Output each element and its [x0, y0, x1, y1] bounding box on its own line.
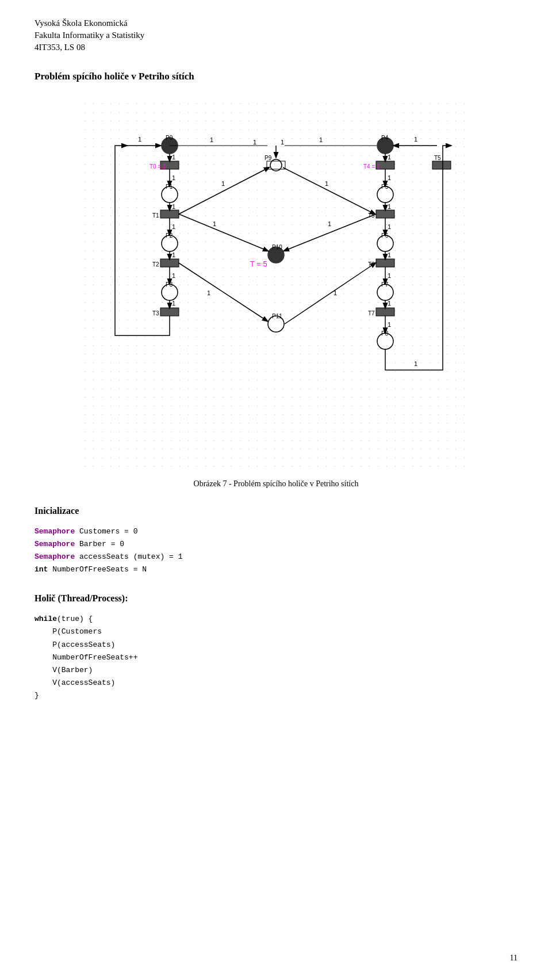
svg-text:1: 1 — [334, 289, 337, 296]
svg-text:1: 1 — [281, 139, 284, 146]
svg-rect-56 — [376, 210, 394, 218]
svg-text:1: 1 — [253, 139, 256, 146]
code-line-1: Semaphore Customers = 0 — [34, 525, 518, 538]
svg-text:1: 1 — [172, 174, 175, 181]
svg-text:1: 1 — [388, 321, 391, 328]
svg-text:1: 1 — [172, 223, 175, 230]
keyword-int: int — [34, 565, 48, 574]
svg-text:T5: T5 — [434, 155, 441, 161]
svg-text:T4 = 1: T4 = 1 — [363, 163, 380, 170]
svg-text:T3: T3 — [152, 310, 159, 317]
svg-text:1: 1 — [414, 360, 417, 367]
svg-text:P11: P11 — [272, 313, 282, 319]
svg-text:1: 1 — [388, 203, 391, 210]
code-while: while(true) { — [34, 613, 518, 626]
diagram-caption: Obrázek 7 - Problém spícího holiče v Pet… — [34, 479, 518, 489]
svg-text:1: 1 — [172, 251, 175, 258]
svg-text:T7: T7 — [368, 310, 375, 317]
svg-text:1: 1 — [328, 220, 331, 227]
page-title: Problém spícího holiče v Petriho sítích — [34, 71, 518, 82]
section-inicializace: Inicializace — [34, 506, 518, 516]
svg-text:1: 1 — [172, 203, 175, 210]
header-block: Vysoká Škola Ekonomická Fakulta Informat… — [34, 17, 518, 54]
svg-text:T0 = 1: T0 = 1 — [150, 163, 166, 170]
svg-text:1: 1 — [388, 154, 391, 161]
svg-text:1: 1 — [388, 223, 391, 230]
svg-text:1: 1 — [172, 154, 175, 161]
svg-rect-64 — [376, 259, 394, 267]
svg-rect-22 — [160, 259, 179, 267]
section-holic: Holič (Thread/Process): — [34, 593, 518, 604]
svg-text:T = 5: T = 5 — [250, 260, 267, 268]
keyword-semaphore-1: Semaphore — [34, 527, 75, 536]
svg-text:1: 1 — [172, 300, 175, 307]
svg-text:P4: P4 — [381, 135, 389, 141]
svg-rect-30 — [160, 308, 179, 316]
code-line-3: Semaphore accessSeats (mutex) = 1 — [34, 551, 518, 563]
svg-text:1: 1 — [213, 220, 216, 227]
svg-text:P0: P0 — [166, 135, 173, 141]
header-line3: 4IT353, LS 08 — [34, 41, 518, 54]
svg-rect-14 — [160, 210, 179, 218]
svg-rect-72 — [376, 308, 394, 316]
page-number: 11 — [510, 954, 518, 963]
code-holic: while(true) { P(Customers P(accessSeats)… — [34, 613, 518, 702]
header-line1: Vysoká Škola Ekonomická — [34, 17, 518, 29]
code-numberoffreeseatsplusplus: NumberOfFreeSeats++ — [34, 651, 518, 664]
code-inicializace: Semaphore Customers = 0 Semaphore Barber… — [34, 525, 518, 576]
petri-net-diagram: P0 1 T0 = 1 1 P1 1 T1 1 P2 1 T2 1 — [80, 100, 471, 474]
svg-text:1: 1 — [414, 136, 417, 143]
svg-text:1: 1 — [319, 136, 323, 143]
code-line-2: Semaphore Barber = 0 — [34, 538, 518, 551]
svg-text:1: 1 — [138, 136, 141, 143]
svg-text:1: 1 — [325, 180, 328, 187]
code-v-barber: V(Barber) — [34, 664, 518, 677]
svg-text:T2: T2 — [152, 261, 159, 268]
svg-text:1: 1 — [388, 251, 391, 258]
svg-text:P9: P9 — [264, 155, 272, 161]
diagram-container: P0 1 T0 = 1 1 P1 1 T1 1 P2 1 T2 1 — [34, 100, 518, 474]
code-p-customers: P(Customers — [34, 626, 518, 638]
svg-text:T1: T1 — [152, 212, 159, 219]
svg-text:1: 1 — [210, 136, 213, 143]
header-line2: Fakulta Informatiky a Statistiky — [34, 29, 518, 41]
svg-text:P10: P10 — [272, 244, 282, 250]
svg-text:1: 1 — [207, 289, 210, 296]
code-p-accessseats: P(accessSeats) — [34, 639, 518, 651]
svg-text:1: 1 — [221, 180, 225, 187]
code-closing-brace: } — [34, 689, 518, 702]
code-v-accessseats: V(accessSeats) — [34, 677, 518, 689]
svg-text:1: 1 — [172, 272, 175, 279]
svg-text:1: 1 — [388, 300, 391, 307]
keyword-semaphore-2: Semaphore — [34, 540, 75, 548]
svg-text:1: 1 — [388, 174, 391, 181]
code-line-4: int NumberOfFreeSeats = N — [34, 563, 518, 576]
svg-rect-50 — [432, 161, 451, 169]
keyword-semaphore-3: Semaphore — [34, 552, 75, 561]
svg-text:1: 1 — [388, 272, 391, 279]
